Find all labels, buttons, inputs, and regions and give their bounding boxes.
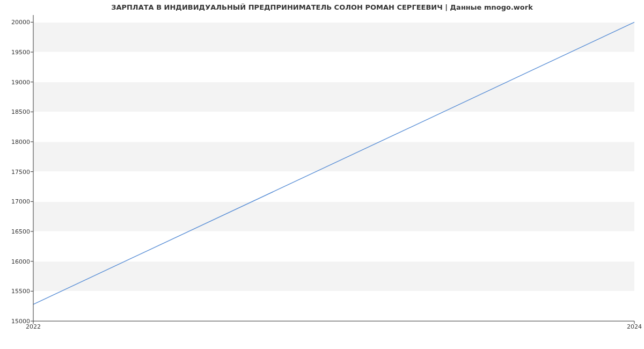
y-tick-label: 15500 <box>3 288 30 295</box>
y-tick-label: 19500 <box>3 49 30 56</box>
y-tick-label: 19000 <box>3 78 30 85</box>
x-tick-label: 2022 <box>26 323 41 330</box>
y-tick-label: 20000 <box>3 19 30 26</box>
svg-rect-8 <box>33 52 634 82</box>
svg-rect-1 <box>33 261 634 292</box>
svg-rect-9 <box>33 22 634 52</box>
svg-rect-7 <box>33 82 634 112</box>
svg-rect-6 <box>33 112 634 142</box>
y-tick-label: 18500 <box>3 108 30 115</box>
y-tick-label: 17500 <box>3 168 30 175</box>
y-tick-label: 18000 <box>3 139 30 146</box>
svg-rect-2 <box>33 231 634 261</box>
svg-rect-5 <box>33 142 634 172</box>
chart-title: ЗАРПЛАТА В ИНДИВИДУАЛЬНЫЙ ПРЕДПРИНИМАТЕЛ… <box>0 3 644 11</box>
svg-rect-0 <box>33 291 634 321</box>
svg-rect-10 <box>33 15 634 22</box>
plot-area <box>33 15 634 321</box>
y-tick-label: 16000 <box>3 258 30 265</box>
svg-rect-3 <box>33 201 634 231</box>
y-tick-label: 16500 <box>3 228 30 235</box>
svg-rect-4 <box>33 172 634 202</box>
salary-line-chart: ЗАРПЛАТА В ИНДИВИДУАЛЬНЫЙ ПРЕДПРИНИМАТЕЛ… <box>0 0 644 349</box>
y-tick-label: 17000 <box>3 198 30 205</box>
x-tick-label: 2024 <box>627 323 642 330</box>
